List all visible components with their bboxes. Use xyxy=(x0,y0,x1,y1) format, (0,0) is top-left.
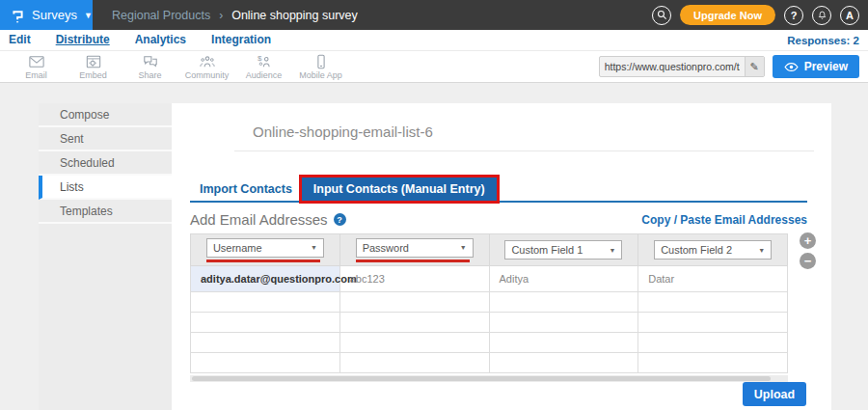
cell-custom2[interactable]: Datar xyxy=(638,266,788,292)
cell-email[interactable] xyxy=(191,353,340,373)
upload-button[interactable]: Upload xyxy=(743,382,806,406)
toolbar-label: Share xyxy=(138,70,161,80)
tab-analytics[interactable]: Analytics xyxy=(135,33,186,47)
cell-custom1[interactable] xyxy=(489,313,638,333)
sidebar-item-lists[interactable]: Lists xyxy=(39,176,172,200)
cell-email[interactable] xyxy=(191,313,340,333)
cell-custom1[interactable]: Aditya xyxy=(489,266,638,292)
table-row xyxy=(191,292,788,313)
table-row xyxy=(191,353,788,373)
manual-entry-table: Username ▼ Password ▼ xyxy=(190,233,788,373)
envelope-icon xyxy=(28,54,45,69)
responses-count[interactable]: Responses: 2 xyxy=(787,35,859,46)
horizontal-scrollbar[interactable] xyxy=(190,375,788,382)
select-caret-icon: ▼ xyxy=(311,244,317,251)
annotation-underline-password xyxy=(356,260,470,262)
cell-custom2[interactable] xyxy=(638,313,788,333)
column-select-value: Username xyxy=(213,242,262,254)
tab-edit[interactable]: Edit xyxy=(9,33,31,47)
copy-paste-emails-link[interactable]: Copy / Paste Email Addresses xyxy=(641,213,807,227)
select-caret-icon: ▼ xyxy=(609,247,615,254)
column-select-value: Password xyxy=(363,242,409,254)
sidebar-item-compose[interactable]: Compose xyxy=(39,103,172,127)
tab-import-contacts[interactable]: Import Contacts xyxy=(190,178,302,201)
field-select-cell: Username ▼ xyxy=(191,234,340,266)
cell-email[interactable]: aditya.datar@questionpro.com xyxy=(191,266,340,292)
upgrade-now-button[interactable]: Upgrade Now xyxy=(680,5,775,25)
cell-password[interactable] xyxy=(339,353,489,373)
share-icon xyxy=(142,54,159,69)
cell-email[interactable] xyxy=(191,292,340,313)
sidebar-item-scheduled[interactable]: Scheduled xyxy=(39,151,172,176)
product-switcher[interactable]: Surveys ▼ xyxy=(0,0,93,30)
top-bar: Surveys ▼ Regional Products › Online sho… xyxy=(0,0,868,30)
topbar-actions: Upgrade Now ? A xyxy=(652,5,868,25)
search-button[interactable] xyxy=(652,6,671,25)
cell-custom2[interactable] xyxy=(638,333,788,353)
column-select-1[interactable]: Username ▼ xyxy=(206,238,324,258)
toolbar-label: Community xyxy=(185,70,230,80)
pencil-icon: ✎ xyxy=(750,61,759,73)
add-emails-header-row: Add Email Addresses ? Copy / Paste Email… xyxy=(190,211,807,228)
help-tooltip-icon[interactable]: ? xyxy=(334,213,346,226)
table-row xyxy=(191,313,788,333)
lists-panel: Online-shopping-email-list-6 Import Cont… xyxy=(172,103,831,410)
cell-custom2[interactable] xyxy=(638,353,788,373)
questionpro-logo-icon xyxy=(11,7,25,24)
title-divider xyxy=(234,150,814,151)
section-title: Add Email Addresses xyxy=(190,211,328,228)
help-button[interactable]: ? xyxy=(784,6,803,25)
audience-icon: $ xyxy=(256,54,273,69)
column-select-4[interactable]: Custom Field 2 ▼ xyxy=(654,240,772,260)
toolbar-email-button[interactable]: Email xyxy=(8,54,65,80)
sidebar-item-templates[interactable]: Templates xyxy=(39,200,172,224)
edit-url-button[interactable]: ✎ xyxy=(745,56,764,77)
svg-text:$: $ xyxy=(257,54,261,63)
cell-password[interactable] xyxy=(339,333,489,353)
cell-custom1[interactable] xyxy=(489,292,638,313)
table-row: aditya.datar@questionpro.com abc123 Adit… xyxy=(191,266,788,292)
tab-integration[interactable]: Integration xyxy=(211,33,271,47)
cell-password[interactable] xyxy=(339,292,489,313)
tab-distribute[interactable]: Distribute xyxy=(56,33,110,47)
scrollbar-thumb[interactable] xyxy=(192,376,771,381)
breadcrumb-folder[interactable]: Regional Products xyxy=(112,9,210,22)
cell-custom1[interactable] xyxy=(489,333,638,353)
preview-button[interactable]: Preview xyxy=(773,55,859,78)
cell-custom1[interactable] xyxy=(489,353,638,373)
field-select-cell: Password ▼ xyxy=(339,234,489,266)
people-icon xyxy=(199,54,216,69)
toolbar-embed-button[interactable]: Embed xyxy=(65,54,122,80)
cell-custom2[interactable] xyxy=(638,292,788,313)
column-select-value: Custom Field 1 xyxy=(511,244,583,256)
breadcrumb-separator: › xyxy=(219,9,223,22)
sidebar-item-sent[interactable]: Sent xyxy=(39,127,172,151)
tab-input-contacts-manual[interactable]: Input Contacts (Manual Entry) xyxy=(302,178,497,201)
toolbar-audience-button[interactable]: $ Audience xyxy=(235,54,292,80)
remove-row-button[interactable]: − xyxy=(800,253,816,269)
row-controls: + − xyxy=(800,232,816,269)
field-select-cell: Custom Field 2 ▼ xyxy=(638,234,788,266)
toolbar-community-button[interactable]: Community xyxy=(178,54,235,80)
toolbar-share-button[interactable]: Share xyxy=(122,54,178,80)
select-caret-icon: ▼ xyxy=(758,247,765,254)
bell-icon xyxy=(817,10,827,21)
cell-password[interactable]: abc123 xyxy=(339,266,489,292)
notifications-button[interactable] xyxy=(812,6,831,25)
add-row-button[interactable]: + xyxy=(800,232,816,249)
toolbar-label: Embed xyxy=(79,70,107,80)
toolbar-mobile-app-button[interactable]: Mobile App xyxy=(292,54,349,80)
table-row xyxy=(191,333,788,353)
eye-icon xyxy=(784,62,799,72)
account-avatar[interactable]: A xyxy=(840,6,859,25)
toolbar-label: Audience xyxy=(246,70,283,80)
survey-url-field[interactable]: ✎ xyxy=(599,56,765,77)
survey-url-input[interactable] xyxy=(600,61,745,72)
cell-password[interactable] xyxy=(339,313,489,333)
annotation-underline-username xyxy=(206,260,320,262)
email-list-title: Online-shopping-email-list-6 xyxy=(253,123,433,140)
breadcrumb-survey-name: Online shopping survey xyxy=(231,9,358,22)
cell-email[interactable] xyxy=(191,333,340,353)
column-select-3[interactable]: Custom Field 1 ▼ xyxy=(504,240,622,260)
column-select-2[interactable]: Password ▼ xyxy=(356,238,474,258)
